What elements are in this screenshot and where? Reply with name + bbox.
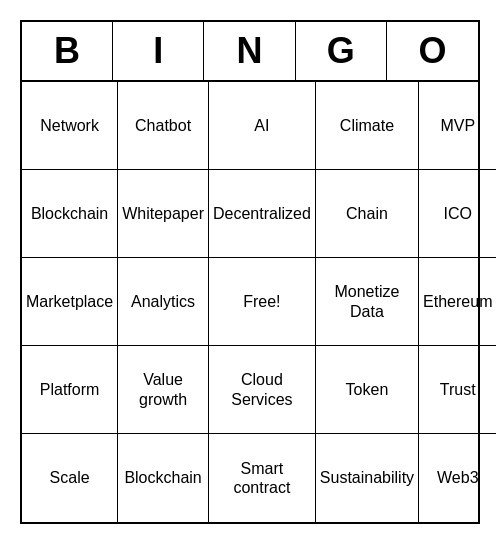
- bingo-cell: ICO: [419, 170, 496, 258]
- bingo-grid: NetworkChatbotAIClimateMVPBlockchainWhit…: [22, 82, 478, 522]
- cell-text: Smart contract: [213, 459, 311, 497]
- bingo-cell: Smart contract: [209, 434, 316, 522]
- cell-text: Blockchain: [124, 468, 201, 487]
- cell-text: Value growth: [122, 370, 204, 408]
- bingo-cell: Monetize Data: [316, 258, 419, 346]
- bingo-cell: Free!: [209, 258, 316, 346]
- bingo-cell: Blockchain: [118, 434, 209, 522]
- cell-text: Platform: [40, 380, 100, 399]
- bingo-cell: Scale: [22, 434, 118, 522]
- cell-text: MVP: [440, 116, 475, 135]
- cell-text: Decentralized: [213, 204, 311, 223]
- cell-text: ICO: [444, 204, 472, 223]
- bingo-cell: MVP: [419, 82, 496, 170]
- bingo-cell: Blockchain: [22, 170, 118, 258]
- cell-text: Scale: [50, 468, 90, 487]
- bingo-cell: Sustainability: [316, 434, 419, 522]
- bingo-cell: Platform: [22, 346, 118, 434]
- bingo-cell: Climate: [316, 82, 419, 170]
- header-letter: O: [387, 22, 478, 80]
- bingo-cell: Whitepaper: [118, 170, 209, 258]
- bingo-cell: Chatbot: [118, 82, 209, 170]
- bingo-cell: Cloud Services: [209, 346, 316, 434]
- bingo-cell: Trust: [419, 346, 496, 434]
- cell-text: Trust: [440, 380, 476, 399]
- cell-text: Web3: [437, 468, 479, 487]
- cell-text: Token: [346, 380, 389, 399]
- cell-text: AI: [254, 116, 269, 135]
- cell-text: Chain: [346, 204, 388, 223]
- bingo-cell: Decentralized: [209, 170, 316, 258]
- cell-text: Whitepaper: [122, 204, 204, 223]
- cell-text: Network: [40, 116, 99, 135]
- bingo-cell: Network: [22, 82, 118, 170]
- cell-text: Analytics: [131, 292, 195, 311]
- header-letter: G: [296, 22, 387, 80]
- cell-text: Sustainability: [320, 468, 414, 487]
- cell-text: Marketplace: [26, 292, 113, 311]
- bingo-cell: Marketplace: [22, 258, 118, 346]
- bingo-cell: Value growth: [118, 346, 209, 434]
- header-letter: N: [204, 22, 295, 80]
- bingo-cell: Analytics: [118, 258, 209, 346]
- bingo-cell: AI: [209, 82, 316, 170]
- bingo-cell: Chain: [316, 170, 419, 258]
- cell-text: Blockchain: [31, 204, 108, 223]
- cell-text: Ethereum: [423, 292, 492, 311]
- bingo-cell: Token: [316, 346, 419, 434]
- bingo-card: BINGO NetworkChatbotAIClimateMVPBlockcha…: [20, 20, 480, 524]
- cell-text: Chatbot: [135, 116, 191, 135]
- cell-text: Free!: [243, 292, 280, 311]
- cell-text: Climate: [340, 116, 394, 135]
- bingo-header: BINGO: [22, 22, 478, 82]
- header-letter: I: [113, 22, 204, 80]
- bingo-cell: Ethereum: [419, 258, 496, 346]
- cell-text: Cloud Services: [213, 370, 311, 408]
- header-letter: B: [22, 22, 113, 80]
- cell-text: Monetize Data: [320, 282, 414, 320]
- bingo-cell: Web3: [419, 434, 496, 522]
